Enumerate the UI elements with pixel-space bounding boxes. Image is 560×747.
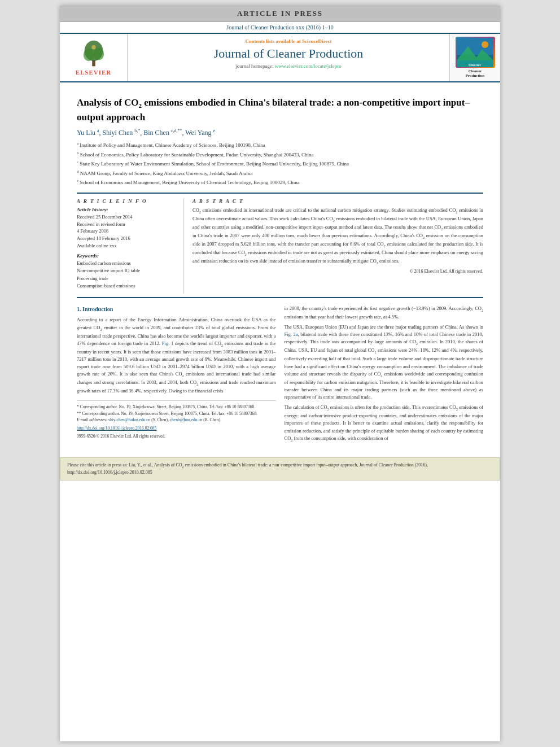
svg-text:Cleaner: Cleaner	[469, 63, 482, 67]
body-para-3: The USA, European Union (EU) and Japan a…	[285, 324, 484, 401]
body-col-2: in 2008, the country's trade experienced…	[285, 305, 484, 446]
copyright-line: © 2016 Elsevier Ltd. All rights reserved…	[193, 269, 483, 274]
footnote-2: ** Corresponding author. No. 19, Xinjiek…	[77, 410, 276, 417]
cleaner-prod-label: CleanerProduction	[466, 69, 484, 78]
journal-link[interactable]: Journal of Cleaner Production xxx (2016)…	[226, 24, 333, 30]
history-label: Article history:	[77, 207, 178, 212]
abstract-label: A B S T R A C T	[193, 198, 483, 204]
affiliations: a Institute of Policy and Management, Ch…	[77, 141, 483, 187]
email2-link[interactable]: chenb@bnu.edu.cn	[170, 417, 203, 422]
affiliation-c: c State Key Laboratory of Water Environm…	[77, 159, 483, 168]
aip-banner: ARTICLE IN PRESS	[60, 6, 500, 22]
science-direct-prefix: Contents lists available at	[246, 38, 301, 44]
svg-rect-6	[457, 38, 493, 55]
keywords-group: Keywords: Embodied carbon emissions Non-…	[77, 253, 178, 290]
cp-logo-svg: Cleaner	[457, 38, 493, 67]
divider-top	[77, 193, 483, 194]
email1-link[interactable]: shiyichen@fudan.edu.cn	[108, 417, 150, 422]
elsevier-logo: ELSEVIER	[60, 34, 128, 81]
elsevier-tree-icon	[77, 40, 111, 68]
body-para-2: in 2008, the country's trade experienced…	[285, 305, 484, 321]
body-para-4: The calculation of CO2 emissions is ofte…	[285, 404, 484, 443]
svg-point-9	[482, 41, 488, 48]
issn-line: 0959-6526/© 2016 Elsevier Ltd. All right…	[77, 433, 276, 440]
article-info-col: A R T I C L E I N F O Article history: R…	[77, 198, 184, 294]
abstract-col: A B S T R A C T CO2 emissions embodied i…	[193, 198, 483, 294]
homepage-link[interactable]: www.elsevier.com/locate/jclepro	[275, 63, 342, 69]
elsevier-label: ELSEVIER	[76, 69, 112, 76]
body-para-1: According to a report of the Energy Info…	[77, 316, 276, 395]
doi-link[interactable]: http://dx.doi.org/10.1016/j.jclepro.2016…	[77, 426, 156, 431]
body-content: 1. Introduction According to a report of…	[77, 305, 483, 446]
affiliation-e: e School of Economics and Management, Be…	[77, 178, 483, 187]
affiliation-b: b School of Economics, Policy Laboratory…	[77, 150, 483, 159]
main-content: Analysis of CO2 emissions embodied in Ch…	[60, 84, 500, 452]
journal-homepage: journal homepage: www.elsevier.com/locat…	[133, 63, 444, 69]
authors-line: Yu Liu a, Shiyi Chen b,*, Bin Chen c,d,*…	[77, 128, 483, 137]
journal-center: Contents lists available at ScienceDirec…	[128, 34, 449, 81]
footnote-1: * Corresponding author. No. 19, Xinjieko…	[77, 404, 276, 410]
cleaner-production-logo: Cleaner CleanerProduction	[449, 34, 500, 81]
fig2a-link[interactable]: Fig. 2a	[285, 331, 298, 337]
journal-link-bar: Journal of Cleaner Production xxx (2016)…	[60, 22, 500, 32]
cp-logo-image: Cleaner	[456, 37, 495, 68]
divider-body	[77, 297, 483, 298]
affiliation-a: a Institute of Policy and Management, Ch…	[77, 141, 483, 150]
info-abstract-section: A R T I C L E I N F O Article history: R…	[77, 198, 483, 294]
article-page: ARTICLE IN PRESS Journal of Cleaner Prod…	[60, 6, 500, 741]
email-line: E-mail addresses: shiyichen@fudan.edu.cn…	[77, 417, 276, 423]
journal-header: ELSEVIER Contents lists available at Sci…	[60, 33, 500, 82]
svg-point-2	[83, 49, 93, 61]
journal-title: Journal of Cleaner Production	[133, 46, 444, 61]
body-col-1: 1. Introduction According to a report of…	[77, 305, 276, 446]
aip-banner-text: ARTICLE IN PRESS	[237, 9, 323, 18]
doi-bar: http://dx.doi.org/10.1016/j.jclepro.2016…	[77, 425, 276, 432]
abstract-text: CO2 emissions embodied in international …	[193, 207, 483, 266]
article-info-label: A R T I C L E I N F O	[77, 198, 178, 204]
science-direct-link: ScienceDirect	[302, 38, 331, 44]
article-title: Analysis of CO2 emissions embodied in Ch…	[77, 96, 483, 124]
affiliation-d: d NAAM Group, Faculty of Science, King A…	[77, 169, 483, 178]
citation-bar: Please cite this article in press as: Li…	[60, 457, 500, 481]
fig1-link[interactable]: Fig. 1	[162, 340, 173, 346]
history-content: Received 25 December 2014 Received in re…	[77, 213, 178, 250]
footnotes: * Corresponding author. No. 19, Xinjieko…	[77, 400, 276, 423]
article-history-group: Article history: Received 25 December 20…	[77, 207, 178, 250]
science-direct-line: Contents lists available at ScienceDirec…	[133, 38, 444, 44]
keywords-label: Keywords:	[77, 253, 178, 259]
svg-point-3	[94, 47, 104, 60]
svg-point-4	[91, 45, 95, 49]
section1-heading: 1. Introduction	[77, 305, 276, 314]
